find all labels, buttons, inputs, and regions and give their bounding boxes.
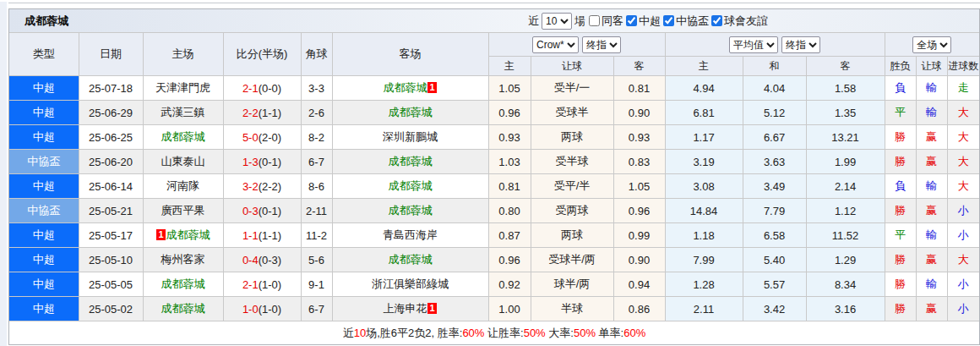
result-hcap-cell: 赢 <box>916 125 947 150</box>
hcap-away-odds-cell: 0.99 <box>613 223 665 248</box>
hcap-home-odds-cell: 1.03 <box>488 150 531 174</box>
opponent-team-name: 河南隊 <box>166 179 199 192</box>
home-team-cell: 成都蓉城 <box>143 272 223 297</box>
table-row: 中超 25-05-17 1成都蓉城 1-1(1-1) 11-2 青島西海岸 0.… <box>9 223 979 248</box>
result-wdl-cell: 平 <box>885 101 916 125</box>
hcap-away-odds-cell: 0.94 <box>613 272 665 297</box>
asian-odds-time-select[interactable]: 终指 <box>582 36 621 53</box>
filter-label: 中超 <box>639 14 661 29</box>
filter-checkbox[interactable] <box>663 15 674 26</box>
home-team-cell: 梅州客家 <box>143 248 223 272</box>
table-row: 中超 25-06-29 武漢三鎮 2-2(1-1) 2-6 成都蓉城 0.96 … <box>9 101 979 125</box>
filter-中協盃[interactable]: 中協盃 <box>662 14 709 29</box>
opponent-team-name: 武漢三鎮 <box>161 106 205 118</box>
self-team-name: 成都蓉城 <box>389 155 433 168</box>
date-cell: 25-05-02 <box>79 297 143 321</box>
filter-controls: 近 10 場 同客中超中協盃球會友誼 <box>528 13 768 30</box>
avg-draw-odds-cell: 3.42 <box>743 297 806 321</box>
table-row: 中協盃 25-05-21 廣西平果 0-3(0-1) 2-11 成都蓉城 0.8… <box>9 199 979 223</box>
table-row: 中超 25-05-10 梅州客家 0-4(0-3) 5-6 成都蓉城 0.96 … <box>9 248 979 272</box>
result-hcap-cell: 赢 <box>916 199 947 223</box>
score-cell: 1-3(0-1) <box>223 150 301 174</box>
team-history-panel: 成都蓉城 近 10 場 同客中超中協盃球會友誼 类型 日期 主场 比分(半场) … <box>8 8 980 345</box>
league-type-cell: 中超 <box>9 101 79 125</box>
avg-away-odds-cell: 13.21 <box>806 125 885 150</box>
filter-同客[interactable]: 同客 <box>588 14 623 29</box>
hcap-line-cell: 受半/一 <box>531 76 613 101</box>
hcap-line-cell: 受平/半 <box>531 174 613 199</box>
filter-checkbox[interactable] <box>711 15 722 26</box>
hcap-home-odds-cell: 0.93 <box>488 125 531 150</box>
summary-stat-label: 近 <box>343 327 354 339</box>
self-team-name: 成都蓉城 <box>383 81 427 94</box>
hcap-line-cell: 两球 <box>531 125 613 150</box>
filter-checkbox[interactable] <box>626 15 637 26</box>
scope-select[interactable]: 全场 <box>912 36 951 53</box>
league-type-cell: 中超 <box>9 76 79 101</box>
score-cell: 1-1(1-1) <box>223 223 301 248</box>
sub-header-avg-away: 客 <box>806 57 885 76</box>
home-team-cell: 廣西平果 <box>143 199 223 223</box>
score-cell: 5-0(2-0) <box>223 125 301 150</box>
filter-球會友誼[interactable]: 球會友誼 <box>710 14 768 29</box>
avg-home-odds-cell: 7.99 <box>665 248 743 272</box>
avg-home-odds-cell: 1.17 <box>665 125 743 150</box>
result-wdl-cell: 負 <box>885 76 916 101</box>
sub-header-result-goals: 进球数 <box>947 57 979 76</box>
avg-away-odds-cell: 1.35 <box>806 101 885 125</box>
euro-odds-time-select[interactable]: 终指 <box>781 36 820 53</box>
avg-away-odds-cell: 1.99 <box>806 150 885 174</box>
table-row: 中超 25-06-14 河南隊 3-2(2-2) 8-6 成都蓉城 0.81 受… <box>9 174 979 199</box>
result-wdl-cell: 勝 <box>885 272 916 297</box>
hcap-away-odds-cell: 1.05 <box>613 174 665 199</box>
hcap-away-odds-cell: 0.83 <box>613 150 665 174</box>
opponent-team-name: 天津津門虎 <box>155 81 210 94</box>
hcap-away-odds-cell: 0.81 <box>613 76 665 101</box>
result-hcap-cell: 赢 <box>916 297 947 321</box>
avg-draw-odds-cell: 6.58 <box>743 223 806 248</box>
away-team-cell: 成都蓉城 <box>332 101 488 125</box>
opponent-team-name: 山東泰山 <box>161 155 205 168</box>
filter-checkbox[interactable] <box>589 15 600 26</box>
avg-draw-odds-cell: 3.63 <box>743 150 806 174</box>
red-card-badge: 1 <box>427 82 436 93</box>
sub-header-avg-draw: 和 <box>743 57 806 76</box>
league-type-cell: 中超 <box>9 297 79 321</box>
filter-中超[interactable]: 中超 <box>625 14 661 29</box>
team-title: 成都蓉城 <box>24 14 68 29</box>
result-goals-cell: 大 <box>947 248 979 272</box>
euro-odds-group-header: 平均值 终指 <box>665 33 885 57</box>
date-cell: 25-07-18 <box>79 76 143 101</box>
recent-count-select[interactable]: 10 <box>542 13 572 30</box>
hcap-home-odds-cell: 0.87 <box>488 223 531 248</box>
avg-away-odds-cell: 3.16 <box>806 297 885 321</box>
self-team-name: 成都蓉城 <box>389 253 433 266</box>
score-cell: 2-2(1-1) <box>223 101 301 125</box>
asian-odds-source-select[interactable]: Crow* <box>532 36 579 53</box>
avg-draw-odds-cell: 3.49 <box>743 174 806 199</box>
home-team-cell: 武漢三鎮 <box>143 101 223 125</box>
summary-stat-value: 50% <box>524 327 546 339</box>
avg-away-odds-cell: 1.29 <box>806 248 885 272</box>
result-wdl-cell: 勝 <box>885 199 916 223</box>
avg-home-odds-cell: 2.11 <box>665 297 743 321</box>
result-goals-cell: 小 <box>947 297 979 321</box>
avg-away-odds-cell: 1.12 <box>806 199 885 223</box>
table-row: 中協盃 25-06-20 山東泰山 1-3(0-1) 6-7 成都蓉城 1.03… <box>9 150 979 174</box>
away-team-cell: 成都蓉城 <box>332 199 488 223</box>
col-header-date: 日期 <box>79 33 143 76</box>
result-wdl-cell: 勝 <box>885 150 916 174</box>
corner-cell: 8-2 <box>301 125 332 150</box>
summary-stat-value: 60% <box>623 327 645 339</box>
league-type-cell: 中超 <box>9 272 79 297</box>
summary-footer: 近10场,胜6平2负2, 胜率:60% 让胜率:50% 大率:50% 单率:60… <box>9 321 979 344</box>
matches-tbody: 中超 25-07-18 天津津門虎 2-1(0-0) 3-3 成都蓉城1 1.0… <box>9 76 979 321</box>
home-team-cell: 山東泰山 <box>143 150 223 174</box>
self-team-name: 成都蓉城 <box>389 106 433 118</box>
result-goals-cell: 大 <box>947 125 979 150</box>
euro-odds-source-select[interactable]: 平均值 <box>729 36 778 53</box>
result-goals-cell: 小 <box>947 272 979 297</box>
date-cell: 25-06-14 <box>79 174 143 199</box>
result-goals-cell: 小 <box>947 199 979 223</box>
hcap-away-odds-cell: 0.96 <box>613 199 665 223</box>
